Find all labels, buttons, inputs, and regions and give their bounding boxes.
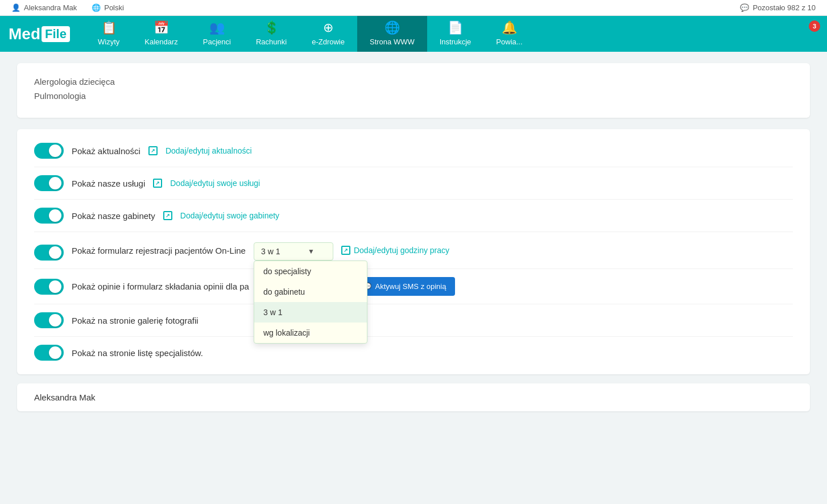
instrukcje-label: Instrukcje [440, 38, 472, 46]
specialties-card: Alergologia dziecięca Pulmonologia [17, 63, 810, 118]
toggle-gabinety[interactable] [34, 208, 64, 224]
nav-rachunki[interactable]: 💲 Rachunki [243, 16, 299, 52]
top-bar: 👤 Aleksandra Mak 🌐 Polski 💬 Pozostało 98… [0, 0, 827, 16]
main-nav: Med File 📋 Wizyty 📅 Kalendarz 👥 Pacjenci… [0, 16, 827, 52]
kalendarz-label: Kalendarz [144, 38, 178, 46]
ext-link-icon-godziny: ↗ [341, 246, 350, 255]
language-label: Polski [104, 3, 124, 12]
toggle-uslugi[interactable] [34, 175, 64, 191]
strona-www-label: Strona WWW [370, 38, 415, 46]
powia-icon: 🔔 [502, 22, 517, 34]
top-bar-left: 👤 Aleksandra Mak 🌐 Polski [11, 3, 124, 12]
toggle-row-aktualnosci: Pokaż aktualności ↗ Dodaj/edytuj aktualn… [34, 135, 793, 167]
nav-instrukcje[interactable]: 📄 Instrukcje [427, 16, 484, 52]
toggle-label-aktualnosci: Pokaż aktualności [72, 146, 140, 156]
user-icon: 👤 [11, 3, 20, 12]
toggle-galeria[interactable] [34, 312, 64, 328]
ezdrowie-icon: ⊕ [323, 22, 333, 34]
link-godziny[interactable]: Dodaj/edytuj godziny pracy [354, 246, 449, 255]
toggle-formularz[interactable] [34, 245, 64, 261]
toggle-row-specjalisci: Pokaż na stronie listę specjalistów. [34, 337, 793, 369]
instrukcje-icon: 📄 [448, 22, 463, 34]
nav-kalendarz[interactable]: 📅 Kalendarz [132, 16, 191, 52]
logo-file: File [42, 26, 70, 42]
toggle-row-galeria: Pokaż na stronie galerię fotografii [34, 304, 793, 337]
wizyty-label: Wizyty [98, 38, 119, 46]
toggle-label-specjalisci: Pokaż na stronie listę specjalistów. [72, 348, 203, 358]
toggle-row-uslugi: Pokaż nasze usługi ↗ Dodaj/edytuj swoje … [34, 167, 793, 200]
dropdown-option-3w1[interactable]: 3 w 1 [254, 302, 367, 323]
specialty-item-1: Alergologia dziecięca [34, 77, 793, 86]
btn-sms-opinia[interactable]: 💬 Aktywuj SMS z opinią [353, 277, 455, 296]
notification-text: Pozostało 982 z 10 [752, 3, 816, 12]
chevron-down-icon: ▼ [308, 247, 315, 255]
top-bar-right: 💬 Pozostało 982 z 10 [740, 3, 816, 12]
toggle-label-formularz: Pokaż formularz rejestracji pacjentów On… [72, 246, 246, 255]
dropdown-option-specjalista[interactable]: do specjalisty [254, 261, 367, 282]
logo-med: Med [9, 25, 40, 43]
nav-powia[interactable]: 🔔 Powia... [483, 16, 535, 52]
dropdown-option-gabinet[interactable]: do gabinetu [254, 282, 367, 302]
kalendarz-icon: 📅 [154, 22, 169, 34]
nav-strona-www[interactable]: 🌐 Strona WWW [357, 16, 427, 52]
nav-items: 📋 Wizyty 📅 Kalendarz 👥 Pacjenci 💲 Rachun… [85, 16, 827, 52]
ext-link-icon-aktualnosci: ↗ [148, 146, 158, 155]
toggle-aktualnosci[interactable] [34, 143, 64, 159]
toggle-label-opinie: Pokaż opinie i formularz składania opini… [72, 282, 249, 291]
dropdown-selected: 3 w 1 [261, 247, 280, 256]
toggle-row-formularz: Pokaż formularz rejestracji pacjentów On… [34, 232, 793, 269]
notification-icon: 💬 [740, 3, 749, 12]
nav-ezdrowie[interactable]: ⊕ e-Zdrowie [299, 16, 357, 52]
toggle-row-gabinety: Pokaż nasze gabinety ↗ Dodaj/edytuj swoj… [34, 200, 793, 232]
link-uslugi[interactable]: Dodaj/edytuj swoje usługi [170, 179, 260, 188]
dropdown-formularz[interactable]: 3 w 1 ▼ [254, 242, 333, 261]
toggle-opinie[interactable] [34, 279, 64, 295]
nav-pacjenci[interactable]: 👥 Pacjenci [191, 16, 243, 52]
name-card: Aleksandra Mak [17, 383, 810, 411]
toggle-label-gabinety: Pokaż nasze gabinety [72, 211, 155, 221]
toggle-label-galeria: Pokaż na stronie galerię fotografii [72, 316, 199, 325]
ext-link-icon-uslugi: ↗ [153, 179, 162, 188]
rachunki-icon: 💲 [264, 22, 279, 34]
pacjenci-icon: 👥 [209, 22, 225, 34]
link-gabinety[interactable]: Dodaj/edytuj swoje gabinety [180, 211, 279, 220]
wizyty-icon: 📋 [101, 22, 117, 34]
dropdown-option-lokalizacja[interactable]: wg lokalizacji [254, 323, 367, 343]
ezdrowie-label: e-Zdrowie [312, 38, 345, 46]
nav-badge: 3 [809, 20, 820, 32]
language-icon: 🌐 [92, 3, 101, 12]
main-content: Alergologia dziecięca Pulmonologia Pokaż… [0, 52, 827, 423]
name-card-text: Aleksandra Mak [34, 393, 96, 402]
link-aktualnosci[interactable]: Dodaj/edytuj aktualności [166, 146, 252, 155]
btn-sms-label: Aktywuj SMS z opinią [375, 282, 446, 291]
dropdown-menu-formularz: do specjalisty do gabinetu 3 w 1 wg loka… [254, 261, 367, 344]
nav-wizyty[interactable]: 📋 Wizyty [85, 16, 132, 52]
ext-link-icon-gabinety: ↗ [163, 211, 172, 220]
toggle-row-opinie: Pokaż opinie i formularz składania opini… [34, 269, 793, 304]
rachunki-label: Rachunki [256, 38, 287, 46]
pacjenci-label: Pacjenci [203, 38, 231, 46]
logo: Med File [6, 16, 85, 52]
dropdown-wrapper-formularz: 3 w 1 ▼ do specjalisty do gabinetu 3 w 1… [254, 242, 333, 261]
specialty-item-2: Pulmonologia [34, 91, 793, 101]
toggle-label-uslugi: Pokaż nasze usługi [72, 179, 145, 188]
user-name: Aleksandra Mak [24, 3, 77, 12]
toggle-specjalisci[interactable] [34, 345, 64, 361]
specialties-list: Alergologia dziecięca Pulmonologia [34, 75, 793, 106]
powia-label: Powia... [496, 38, 522, 46]
toggle-section: Pokaż aktualności ↗ Dodaj/edytuj aktualn… [17, 129, 810, 374]
strona-www-icon: 🌐 [384, 22, 400, 34]
